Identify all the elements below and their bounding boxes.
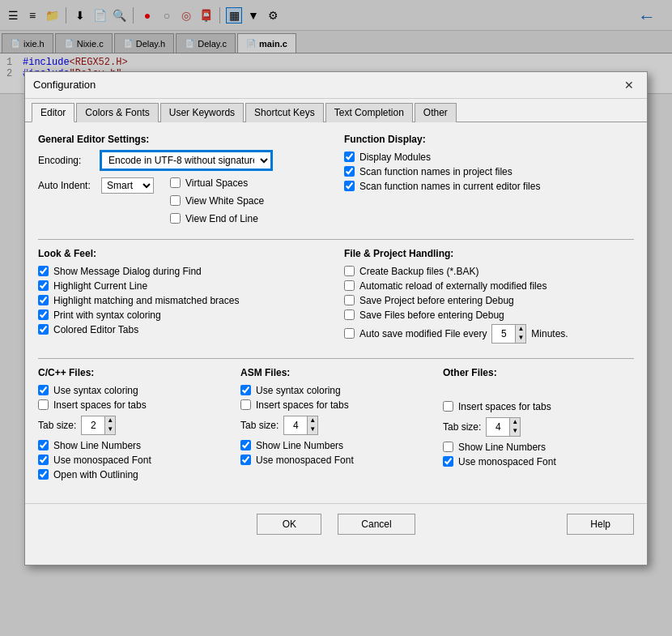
other-tab-down[interactable]: ▼: [509, 427, 520, 436]
asm-monospaced-checkbox[interactable]: [240, 455, 251, 465]
other-monospaced-checkbox[interactable]: [443, 456, 453, 467]
auto-save-suffix: Minutes.: [531, 328, 568, 339]
cpp-monospaced-checkbox[interactable]: [38, 455, 49, 465]
cpp-use-syntax-row: Use syntax coloring: [38, 385, 229, 396]
other-insert-spaces-checkbox[interactable]: [443, 401, 453, 412]
view-end-of-line-checkbox[interactable]: [170, 213, 181, 224]
cpp-tab-size-label: Tab size:: [38, 420, 76, 431]
asm-show-line-checkbox[interactable]: [240, 440, 251, 450]
other-tab-up[interactable]: ▲: [509, 418, 520, 427]
tab-colors-fonts[interactable]: Colors & Fonts: [76, 103, 158, 122]
save-project-row: Save Project before entering Debug: [344, 295, 634, 306]
cpp-tab-size-row: Tab size: ▲ ▼: [38, 416, 229, 435]
show-message-checkbox[interactable]: [38, 266, 49, 276]
cpp-tab-spinner: ▲ ▼: [81, 416, 116, 435]
other-insert-spaces-row: Insert spaces for tabs: [443, 401, 634, 412]
auto-indent-row: Auto Indent: Smart None Default: [38, 177, 154, 194]
tab-user-keywords[interactable]: User Keywords: [160, 103, 244, 122]
cpp-tab-value[interactable]: [82, 419, 104, 432]
scan-project-row: Scan function names in project files: [344, 166, 634, 177]
auto-save-value[interactable]: [492, 327, 515, 340]
highlight-braces-checkbox[interactable]: [38, 295, 49, 305]
scan-editor-checkbox[interactable]: [344, 181, 355, 191]
other-monospaced-row: Use monospaced Font: [443, 456, 634, 467]
auto-save-row: Auto save modified File every ▲ ▼ Minute…: [344, 324, 634, 344]
auto-reload-checkbox[interactable]: [344, 280, 355, 291]
ok-button[interactable]: OK: [257, 514, 321, 535]
asm-insert-spaces-checkbox[interactable]: [240, 399, 251, 410]
encoding-select[interactable]: Encode in UTF-8 without signature Encode…: [101, 152, 271, 169]
colored-tabs-row: Colored Editor Tabs: [38, 324, 328, 335]
other-show-line-checkbox[interactable]: [443, 442, 453, 452]
view-white-space-checkbox[interactable]: [170, 195, 181, 206]
cpp-insert-spaces-checkbox[interactable]: [38, 399, 49, 410]
asm-tab-up[interactable]: ▲: [307, 416, 317, 425]
other-tab-value[interactable]: [487, 420, 509, 433]
asm-use-syntax-checkbox[interactable]: [240, 385, 251, 395]
look-feel-section: Look & Feel: Show Message Dialog during …: [38, 248, 328, 347]
auto-save-checkbox[interactable]: [344, 328, 355, 339]
modal-overlay: Configuration ✕ Editor Colors & Fonts Us…: [0, 0, 672, 636]
other-files-spacer: [443, 385, 634, 401]
footer-right: Help: [415, 514, 634, 535]
function-display-title: Function Display:: [344, 134, 634, 145]
save-project-label: Save Project before entering Debug: [359, 295, 514, 306]
cpp-monospaced-label: Use monospaced Font: [53, 455, 151, 466]
highlight-line-checkbox[interactable]: [38, 280, 49, 291]
auto-save-up[interactable]: ▲: [515, 325, 525, 334]
other-show-line-row: Show Line Numbers: [443, 442, 634, 453]
asm-tab-down[interactable]: ▼: [307, 425, 317, 434]
cpp-outlining-row: Open with Outlining: [38, 469, 229, 480]
cpp-insert-spaces-label: Insert spaces for tabs: [53, 399, 147, 411]
other-files-section: Other Files: Insert spaces for tabs Tab …: [443, 367, 634, 484]
display-modules-checkbox[interactable]: [344, 152, 355, 162]
virtual-spaces-label: Virtual Spaces: [185, 177, 248, 189]
colored-tabs-checkbox[interactable]: [38, 324, 49, 335]
cpp-insert-spaces-row: Insert spaces for tabs: [38, 399, 229, 411]
asm-monospaced-label: Use monospaced Font: [256, 455, 354, 466]
auto-save-down[interactable]: ▼: [515, 334, 525, 343]
cpp-show-line-checkbox[interactable]: [38, 440, 49, 450]
look-feel-title: Look & Feel:: [38, 248, 328, 259]
print-syntax-label: Print with syntax coloring: [53, 309, 161, 321]
asm-insert-spaces-row: Insert spaces for tabs: [240, 399, 432, 411]
other-tab-spinner: ▲ ▼: [486, 417, 521, 437]
save-files-row: Save Files before entering Debug: [344, 309, 634, 321]
cancel-button[interactable]: Cancel: [338, 514, 415, 535]
footer-buttons: OK Cancel: [257, 514, 415, 535]
print-syntax-checkbox[interactable]: [38, 309, 49, 320]
tab-editor[interactable]: Editor: [32, 103, 74, 122]
virtual-spaces-checkbox[interactable]: [170, 177, 181, 188]
dialog-close-button[interactable]: ✕: [619, 77, 639, 93]
scan-project-checkbox[interactable]: [344, 166, 355, 177]
save-files-checkbox[interactable]: [344, 309, 355, 320]
dialog-titlebar: Configuration ✕: [25, 72, 647, 99]
save-project-checkbox[interactable]: [344, 295, 355, 305]
create-backup-checkbox[interactable]: [344, 266, 355, 276]
dialog-title: Configuration: [33, 79, 96, 91]
other-files-title: Other Files:: [443, 367, 634, 378]
tab-shortcut-keys[interactable]: Shortcut Keys: [245, 103, 324, 122]
cpp-outlining-checkbox[interactable]: [38, 469, 49, 480]
display-modules-row: Display Modules: [344, 152, 634, 163]
help-button[interactable]: Help: [567, 514, 634, 535]
other-tab-size-label: Tab size:: [443, 421, 481, 433]
auto-indent-select[interactable]: Smart None Default: [101, 177, 154, 194]
asm-show-line-row: Show Line Numbers: [240, 440, 432, 451]
auto-save-spinner: ▲ ▼: [491, 324, 526, 344]
asm-tab-value[interactable]: [284, 419, 307, 432]
cpp-tab-down[interactable]: ▼: [104, 425, 115, 434]
asm-use-syntax-row: Use syntax coloring: [240, 385, 432, 396]
cpp-use-syntax-checkbox[interactable]: [38, 385, 49, 395]
tab-other[interactable]: Other: [415, 103, 457, 122]
asm-tab-size-label: Tab size:: [240, 420, 279, 431]
configuration-dialog: Configuration ✕ Editor Colors & Fonts Us…: [24, 71, 648, 566]
show-message-row: Show Message Dialog during Find: [38, 266, 328, 277]
view-end-of-line-row: View End of Line: [170, 213, 264, 224]
asm-files-section: ASM Files: Use syntax coloring Insert sp…: [240, 367, 432, 484]
dialog-tabs-bar: Editor Colors & Fonts User Keywords Shor…: [25, 99, 647, 122]
cpp-use-syntax-label: Use syntax coloring: [53, 385, 138, 396]
cpp-tab-up[interactable]: ▲: [104, 416, 115, 425]
view-white-space-row: View White Space: [170, 195, 264, 207]
tab-text-completion[interactable]: Text Completion: [325, 103, 413, 122]
